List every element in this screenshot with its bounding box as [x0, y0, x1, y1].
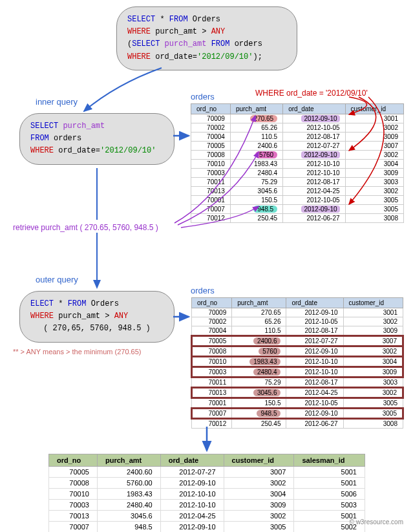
cell: 2400.6 — [232, 336, 286, 346]
cell: 70005 — [192, 336, 232, 346]
cell: 2012-08-17 — [286, 326, 343, 336]
cell: 70010 — [192, 357, 232, 367]
table-row: 7001175.292012-08-173003 — [191, 178, 404, 187]
cell: 3002 — [343, 388, 403, 398]
flow-arrows — [0, 0, 413, 532]
cell: 2480.4 — [232, 367, 286, 378]
cell: 3008 — [343, 419, 403, 429]
cell: 2012-04-25 — [283, 187, 345, 196]
cell: 2012-10-10 — [283, 169, 345, 178]
cell: 2012-07-27 — [283, 142, 345, 151]
orders-table1-title: orders — [191, 92, 215, 101]
cell: 3002 — [224, 511, 294, 522]
cell: 2012-09-10 — [283, 205, 345, 214]
cell: 2012-08-17 — [283, 133, 345, 142]
cell: 70013 — [191, 187, 231, 196]
cell: 5760 — [230, 151, 282, 160]
sql-line: SELECT * FROM Orders — [127, 14, 286, 26]
orders-table-outer: ord_nopurch_amtord_datecustomer_id 70009… — [191, 297, 404, 429]
cell: 70007 — [49, 522, 98, 533]
cell: 70008 — [191, 151, 231, 160]
cell: 2012-09-10 — [283, 151, 345, 160]
table-row: 700032480.402012-10-1030095003 — [49, 500, 365, 511]
cell: 3002 — [343, 317, 403, 326]
cell: 2012-09-10 — [283, 114, 345, 123]
cell: 70008 — [192, 346, 232, 357]
col-ord_date: ord_date — [283, 104, 345, 114]
cell: 948.5 — [232, 409, 286, 419]
col-customer_id: customer_id — [345, 104, 403, 114]
table-row: 70009270.652012-09-103001 — [191, 114, 404, 123]
col-salesman_id: salesman_id — [294, 454, 365, 467]
table-row: 70004110.52012-08-173009 — [191, 133, 404, 142]
cell: 70011 — [191, 178, 231, 187]
table-row: 700052400.602012-07-2730075001 — [49, 467, 365, 478]
cell: 75.29 — [232, 378, 286, 388]
table-row: 70012250.452012-06-273008 — [191, 214, 404, 223]
cell: 70011 — [192, 378, 232, 388]
cell: 3004 — [224, 489, 294, 500]
cell: 2480.4 — [230, 169, 282, 178]
col-ord_no: ord_no — [192, 298, 232, 308]
cell: 250.45 — [232, 419, 286, 429]
cell: 70010 — [49, 489, 98, 500]
cell: 2400.60 — [97, 467, 160, 478]
cell: 3005 — [224, 522, 294, 533]
cell: 2012-09-10 — [286, 346, 343, 357]
cell: 70013 — [49, 511, 98, 522]
cell: 2480.40 — [97, 500, 160, 511]
cell: 2012-10-05 — [283, 196, 345, 205]
cell: 70001 — [191, 196, 231, 205]
cell: 70005 — [191, 142, 231, 151]
table-row: 7000857602012-09-103002 — [191, 151, 404, 160]
sql-line: (SELECT purch_amt FROM orders — [127, 38, 286, 50]
cell: 1983.43 — [97, 489, 160, 500]
cell: 70003 — [49, 500, 98, 511]
result-table: ord_nopurch_amtord_datecustomer_idsalesm… — [48, 454, 365, 532]
cell: 70004 — [192, 326, 232, 336]
table-row: 7000265.262012-10-053002 — [192, 317, 403, 326]
table-row: 700052400.62012-07-273007 — [191, 142, 404, 151]
cell: 70002 — [191, 123, 231, 133]
orders-table-source: ord_nopurch_amtord_datecustomer_id 70009… — [191, 103, 404, 223]
cell: 2012-06-27 — [283, 214, 345, 223]
cell: 2012-10-10 — [283, 160, 345, 169]
cell: 110.5 — [232, 326, 286, 336]
cell: 150.5 — [232, 398, 286, 409]
cell: 2012-07-27 — [286, 336, 343, 346]
cell: 70007 — [191, 205, 231, 214]
cell: 150.5 — [230, 196, 282, 205]
cell: 70004 — [191, 133, 231, 142]
cell: 270.65 — [232, 308, 286, 317]
cell: 2012-08-17 — [286, 378, 343, 388]
cell: 70012 — [192, 419, 232, 429]
outer-query-label: outer query — [36, 275, 78, 284]
table-row: 70007948.52012-09-1030055002 — [49, 522, 365, 533]
cell: 2012-09-10 — [160, 478, 224, 489]
table-row: 700052400.62012-07-273007 — [192, 336, 403, 346]
cell: 3004 — [345, 160, 403, 169]
where-date-note: WHERE ord_date = '2012/09/10' — [255, 89, 368, 98]
cell: 70003 — [191, 169, 231, 178]
cell: 2012-08-17 — [283, 178, 345, 187]
cell: 70002 — [192, 317, 232, 326]
sql-line: WHERE purch_amt > ANY — [127, 26, 286, 38]
col-ord_date: ord_date — [286, 298, 343, 308]
table-row: 70009270.652012-09-103001 — [192, 308, 403, 317]
table-row: 700133045.62012-04-253002 — [192, 388, 403, 398]
col-purch_amt: purch_amt — [97, 454, 160, 467]
cell: 2012-10-05 — [283, 123, 345, 133]
table-row: 700101983.432012-10-103004 — [191, 160, 404, 169]
sql-line: WHERE ord_date='2012/09/10'); — [127, 51, 286, 63]
cell: 3005 — [343, 409, 403, 419]
cell: 3005 — [343, 398, 403, 409]
cell: 3045.6 — [230, 187, 282, 196]
cell: 2012-04-25 — [160, 511, 224, 522]
cell: 2012-10-10 — [160, 500, 224, 511]
col-customer_id: customer_id — [343, 298, 403, 308]
col-ord_date: ord_date — [160, 454, 224, 467]
cell: 948.5 — [230, 205, 282, 214]
table-row: 7000265.262012-10-053002 — [191, 123, 404, 133]
table-row: 700133045.62012-04-2530025001 — [49, 511, 365, 522]
cell: 5006 — [294, 489, 365, 500]
